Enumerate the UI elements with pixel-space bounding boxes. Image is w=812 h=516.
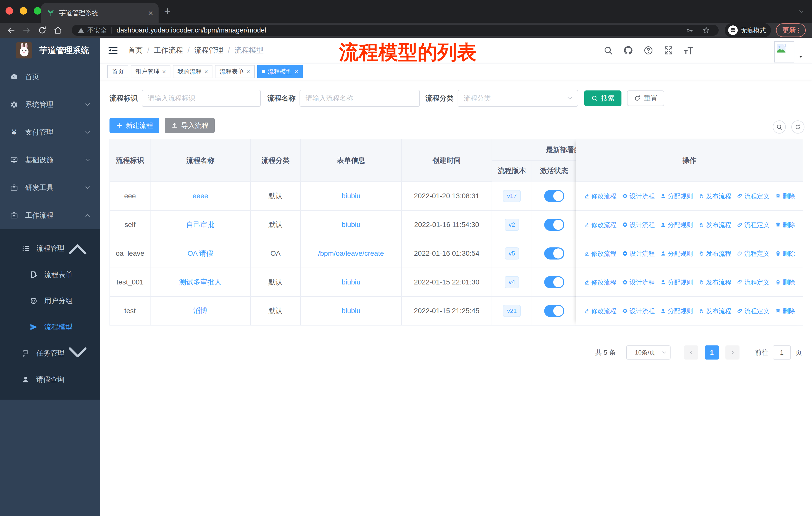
action-分配规则[interactable]: 分配规则 [660,192,693,200]
font-size-icon[interactable] [684,45,694,55]
create-process-button[interactable]: 新建流程 [110,118,159,133]
action-设计流程[interactable]: 设计流程 [622,278,655,287]
action-删除[interactable]: 删除 [775,221,795,229]
action-设计流程[interactable]: 设计流程 [622,249,655,258]
show-search-button[interactable] [773,120,786,134]
reload-icon[interactable] [38,26,47,35]
tab-我的流程[interactable]: 我的流程× [173,65,212,78]
cell-form-link[interactable]: biubiu [342,192,360,200]
close-icon[interactable]: × [204,68,208,75]
kebab-menu-icon[interactable] [798,27,800,34]
cell-process-name-link[interactable]: 测试多审批人 [179,277,222,287]
search-button[interactable]: 搜索 [584,90,621,106]
action-分配规则[interactable]: 分配规则 [660,221,693,229]
action-修改流程[interactable]: 修改流程 [584,249,616,258]
zoom-window-button[interactable] [34,7,41,15]
key-icon[interactable] [686,26,693,34]
sidebar-item-流程管理[interactable]: 流程管理 [0,235,100,262]
action-删除[interactable]: 删除 [775,249,795,258]
sidebar-item-请假查询[interactable]: 请假查询 [0,366,100,392]
page-size-select[interactable]: 10条/页 [626,346,671,359]
cell-process-name-link[interactable]: OA 请假 [187,249,213,258]
sidebar-item-流程模型[interactable]: 流程模型 [0,314,100,340]
action-修改流程[interactable]: 修改流程 [584,221,616,229]
action-删除[interactable]: 删除 [775,278,795,287]
cell-process-name-link[interactable]: 滔博 [193,306,207,316]
home-icon[interactable] [53,26,62,35]
action-发布流程[interactable]: 发布流程 [698,192,731,200]
next-page-button[interactable] [725,346,740,359]
process-category-value[interactable] [464,94,572,102]
process-name-input[interactable] [306,94,414,102]
sidebar-item-首页[interactable]: 首页 [0,63,100,91]
refresh-table-button[interactable] [791,120,805,134]
goto-page-input[interactable] [773,346,791,359]
cell-form-link[interactable]: /bpm/oa/leave/create [318,249,384,257]
active-toggle[interactable] [544,305,564,317]
browser-tab[interactable]: 芋道管理系统 × [41,3,158,23]
active-toggle[interactable] [544,247,564,260]
back-icon[interactable] [6,26,16,35]
sidebar-item-任务管理[interactable]: 任务管理 [0,340,100,366]
action-修改流程[interactable]: 修改流程 [584,307,616,315]
close-icon[interactable]: × [294,68,298,75]
action-设计流程[interactable]: 设计流程 [622,307,655,315]
tab-流程表单[interactable]: 流程表单× [215,65,255,78]
action-修改流程[interactable]: 修改流程 [584,192,616,200]
close-window-button[interactable] [5,7,13,15]
action-发布流程[interactable]: 发布流程 [698,221,731,229]
prev-page-button[interactable] [684,346,698,359]
process-key-field[interactable] [142,90,261,107]
tab-search-caret-icon[interactable] [797,8,806,15]
url-text[interactable]: dashboard.yudao.iocoder.cn/bpm/manager/m… [117,26,686,34]
action-发布流程[interactable]: 发布流程 [698,278,731,287]
tab-close-icon[interactable]: × [148,8,153,17]
avatar-caret-down-icon[interactable] [798,54,804,59]
action-流程定义[interactable]: 流程定义 [737,221,770,229]
search-icon[interactable] [603,45,613,55]
sidebar-item-工作流程[interactable]: 工作流程 [0,201,100,229]
process-name-field[interactable] [299,90,420,107]
breadcrumb-item[interactable]: 首页 [128,45,143,55]
sidebar-item-流程表单[interactable]: 流程表单 [0,262,100,288]
sidebar-item-用户分组[interactable]: 用户分组 [0,288,100,314]
github-icon[interactable] [623,45,633,55]
process-category-select[interactable] [458,90,578,107]
sidebar-item-系统管理[interactable]: 系统管理 [0,91,100,118]
tab-租户管理[interactable]: 租户管理× [131,65,170,78]
breadcrumb-item[interactable]: 工作流程 [154,45,183,55]
action-删除[interactable]: 删除 [775,307,795,315]
action-流程定义[interactable]: 流程定义 [737,307,770,315]
action-流程定义[interactable]: 流程定义 [737,192,770,200]
window-controls[interactable] [5,7,41,15]
action-分配规则[interactable]: 分配规则 [660,278,693,287]
cell-form-link[interactable]: biubiu [342,221,360,229]
action-流程定义[interactable]: 流程定义 [737,278,770,287]
sidebar-item-基础设施[interactable]: 基础设施 [0,146,100,174]
action-发布流程[interactable]: 发布流程 [698,307,731,315]
collapse-menu-icon[interactable] [108,45,119,56]
cell-process-name-link[interactable]: eeee [193,192,208,200]
active-toggle[interactable] [544,276,564,288]
forward-icon[interactable] [22,26,31,35]
new-tab-button[interactable]: + [164,5,171,17]
import-process-button[interactable]: 导入流程 [165,118,215,133]
close-icon[interactable]: × [246,68,250,75]
avatar[interactable] [774,41,794,62]
help-icon[interactable] [643,45,654,55]
cell-form-link[interactable]: biubiu [342,278,360,286]
reset-button[interactable]: 重置 [627,90,664,106]
action-删除[interactable]: 删除 [775,192,795,200]
action-发布流程[interactable]: 发布流程 [698,249,731,258]
browser-menu-update-button[interactable]: 更新 [776,23,806,37]
active-toggle[interactable] [544,190,564,202]
action-设计流程[interactable]: 设计流程 [622,221,655,229]
sidebar-item-研发工具[interactable]: 研发工具 [0,174,100,201]
action-分配规则[interactable]: 分配规则 [660,249,693,258]
breadcrumb-item[interactable]: 流程管理 [194,45,223,55]
action-设计流程[interactable]: 设计流程 [622,192,655,200]
action-修改流程[interactable]: 修改流程 [584,278,616,287]
tab-首页[interactable]: 首页 [107,65,128,78]
minimize-window-button[interactable] [20,7,27,15]
address-bar[interactable]: 不安全 dashboard.yudao.iocoder.cn/bpm/manag… [72,25,719,36]
